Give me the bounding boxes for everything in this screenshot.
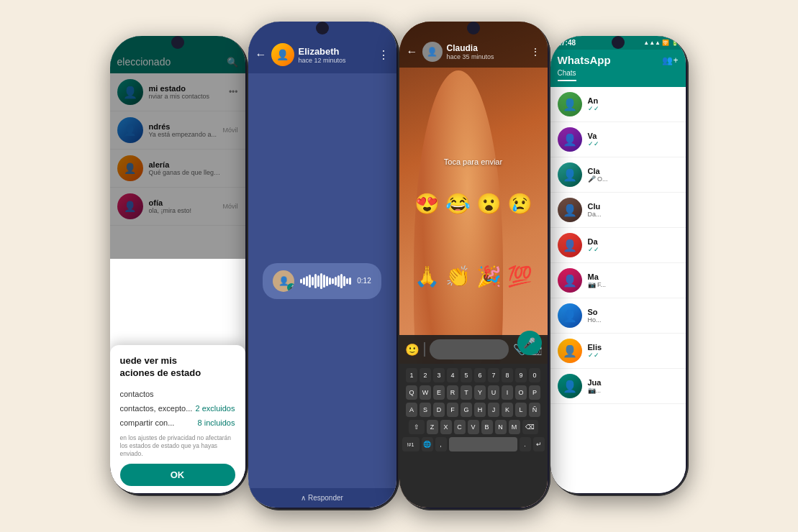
key-3[interactable]: 3 [433,368,445,382]
key-shift[interactable]: ⇧ [409,420,425,434]
phone-chatlist: 17:48 ▲▲▲ 🛜 🔋 WhatsApp 👥+ Chats [550,36,689,496]
chat-avatar-5: 👤 [558,233,582,257]
key-e[interactable]: E [433,385,445,400]
key-m[interactable]: M [509,420,520,434]
p3-menu-icon[interactable]: ⋮ [530,46,540,58]
key-d[interactable]: D [433,403,445,417]
emoji-icon[interactable]: 🙂 [405,343,420,357]
notch1 [171,36,184,49]
claudia-avatar: 👤 [422,42,443,62]
key-period[interactable]: . [520,437,531,451]
key-p[interactable]: P [529,385,540,400]
key-5[interactable]: 5 [461,368,472,382]
key-backspace[interactable]: ⌫ [522,420,538,434]
chat-info-1: An ✓✓ [588,96,679,112]
share-label: compartir con... [120,418,175,427]
key-z[interactable]: Z [427,420,438,434]
responder-bar[interactable]: ∧ Responder [248,488,396,508]
chat-item-5[interactable]: 👤 Da ✓✓ [550,228,686,263]
dialog-ok-button[interactable]: OK [120,464,235,486]
key-n[interactable]: N [495,420,507,434]
key-o[interactable]: O [515,385,527,400]
key-s[interactable]: S [420,403,431,417]
emoji-party[interactable]: 🎉 [476,265,502,288]
key-4[interactable]: 4 [447,368,458,382]
voice-message-bubble[interactable]: 👤 🎤 [263,263,381,299]
chat-item-6[interactable]: 👤 Ma 📷 F... [550,263,686,298]
phone2-screen: ← 👤 Elizabeth hace 12 minutos ⋮ [248,22,396,508]
emoji-cry[interactable]: 😢 [507,192,532,216]
key-h[interactable]: H [474,403,486,417]
tab-chats[interactable]: Chats [558,69,576,81]
message-input[interactable] [430,339,509,359]
p3-back-icon[interactable]: ← [407,45,418,58]
key-g[interactable]: G [461,403,472,417]
chat-msg-8: ✓✓ [588,352,679,359]
key-f[interactable]: F [447,403,458,417]
chat-name-7: So [588,308,679,316]
key-space[interactable] [449,437,517,451]
phone1-screen: eleccionado 🔍 👤 mi estado nviar a [110,36,245,493]
chat-info-3: Cla 🎤 O... [588,167,679,183]
key-9[interactable]: 9 [515,368,527,382]
key-c[interactable]: C [454,420,466,434]
chat-avatar-8: 👤 [558,339,582,363]
key-2[interactable]: 2 [420,368,431,382]
back-icon[interactable]: ← [255,48,267,61]
key-a[interactable]: A [406,403,417,417]
key-k[interactable]: K [502,403,513,417]
dialog-opt-share[interactable]: compartir con... 8 incluidos [120,416,235,430]
chat-item-7[interactable]: 👤 So Ho... [550,298,686,334]
ticks-8: ✓✓ [588,352,599,359]
chat-item-9[interactable]: 👤 Jua 📷... [550,369,686,404]
key-n-tilde[interactable]: Ñ [529,403,540,417]
key-l[interactable]: L [515,403,527,417]
key-t[interactable]: T [461,385,472,400]
chat-item-8[interactable]: 👤 Elis ✓✓ [550,334,686,369]
kb-row-numbers: 1 2 3 4 5 6 7 8 9 0 [402,368,545,382]
key-symbols[interactable]: !#1 [402,437,420,451]
key-comma[interactable]: , [435,437,447,451]
privacy-dialog: uede ver misaciones de estado contactos … [110,345,245,493]
dialog-opt-contacts[interactable]: contactos [120,387,235,401]
chat-item-3[interactable]: 👤 Cla 🎤 O... [550,157,686,193]
key-enter[interactable]: ↵ [533,437,545,451]
key-j[interactable]: J [488,403,499,417]
key-x[interactable]: X [440,420,452,434]
emoji-100[interactable]: 💯 [507,265,532,288]
emoji-surprised[interactable]: 😮 [476,192,502,216]
emoji-pray[interactable]: 🙏 [414,265,440,288]
key-8[interactable]: 8 [502,368,513,382]
key-y[interactable]: Y [474,385,486,400]
key-w[interactable]: W [420,385,431,400]
key-globe[interactable]: 🌐 [422,437,433,451]
key-r[interactable]: R [447,385,458,400]
vm-waveform [300,273,351,289]
key-v[interactable]: V [468,420,479,434]
key-i[interactable]: I [502,385,513,400]
key-u[interactable]: U [488,385,499,400]
key-1[interactable]: 1 [406,368,417,382]
dialog-opt-except[interactable]: contactos, excepto... 2 excluidos [120,401,235,416]
key-b[interactable]: B [481,420,493,434]
mic-button[interactable]: 🎤 [517,331,542,355]
key-6[interactable]: 6 [474,368,486,382]
keyboard[interactable]: 1 2 3 4 5 6 7 8 9 0 Q W [399,364,548,508]
chat-item-1[interactable]: 👤 An ✓✓ [550,87,686,122]
new-chat-icon[interactable]: 👥+ [662,55,678,65]
emoji-clap[interactable]: 👏 [445,265,471,288]
chat-name-1: An [588,96,679,105]
key-0[interactable]: 0 [529,368,540,382]
chat-item-4[interactable]: 👤 Clu Da... [550,193,686,228]
chat-msg-6: 📷 F... [588,281,679,288]
chat-item-2[interactable]: 👤 Va ✓✓ [550,122,686,157]
emoji-heart-eyes[interactable]: 😍 [414,192,440,216]
phone-voice: ← 👤 Elizabeth hace 12 minutos ⋮ [248,22,399,510]
menu-icon[interactable]: ⋮ [378,48,389,62]
phone-emoji: ← 👤 Claudia hace 35 minutos ⋮ Toca para … [399,22,550,510]
emoji-laugh[interactable]: 😂 [445,192,471,216]
phones-container: eleccionado 🔍 👤 mi estado nviar a [0,0,798,532]
key-q[interactable]: Q [406,385,417,400]
chat-info-9: Jua 📷... [588,378,679,394]
key-7[interactable]: 7 [488,368,499,382]
